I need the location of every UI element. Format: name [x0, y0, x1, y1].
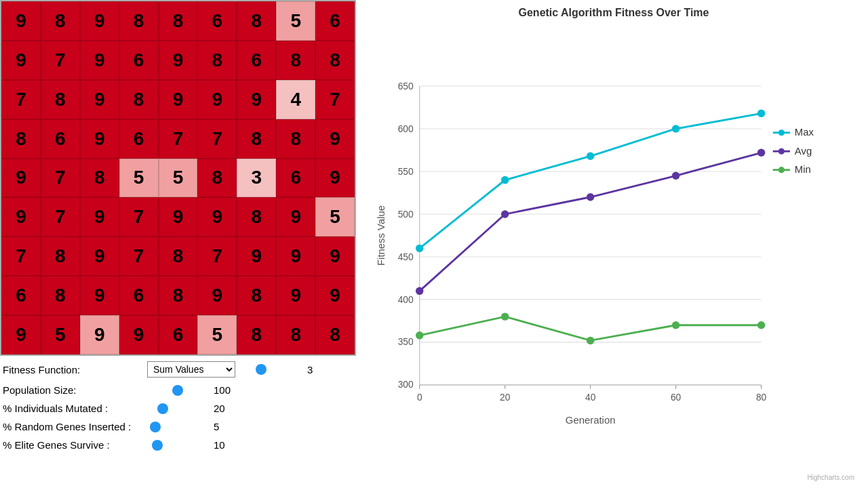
grid-cell: 9 [80, 315, 119, 354]
population-size-value: 100 [214, 384, 234, 396]
grid-cell: 6 [197, 1, 237, 41]
grid-cell: 8 [41, 237, 80, 276]
svg-point-41 [501, 312, 509, 320]
grid-cell: 9 [1, 197, 41, 237]
svg-text:350: 350 [398, 338, 414, 348]
individuals-mutated-slider[interactable] [147, 407, 208, 411]
random-genes-slider[interactable] [147, 425, 208, 429]
grid-cell: 8 [276, 315, 315, 354]
grid-cell: 6 [315, 1, 355, 41]
grid-cell: 9 [315, 237, 355, 276]
elite-genes-value: 10 [214, 439, 234, 451]
individuals-mutated-value: 20 [214, 403, 234, 414]
svg-point-38 [672, 172, 679, 180]
grid-cell: 9 [276, 276, 315, 315]
fitness-slider[interactable] [241, 367, 302, 371]
grid-cell: 9 [1, 1, 41, 41]
grid-cell: 9 [315, 119, 355, 159]
svg-text:60: 60 [671, 392, 682, 403]
grid-cell: 7 [315, 80, 355, 119]
svg-text:300: 300 [398, 380, 414, 390]
grid-cell: 8 [119, 80, 159, 119]
svg-point-39 [757, 149, 765, 157]
grid-cell: 9 [159, 80, 198, 119]
svg-text:Generation: Generation [566, 415, 616, 426]
svg-point-46 [778, 129, 785, 136]
highcharts-credit: Highcharts.com [373, 474, 854, 481]
svg-text:650: 650 [398, 81, 414, 92]
grid-cell: 4 [276, 80, 315, 119]
chart-area: 300350400450500550600650020406080Fitness… [373, 26, 854, 472]
grid-cell: 8 [41, 276, 80, 315]
svg-point-49 [778, 148, 785, 155]
grid-cell: 7 [41, 197, 80, 237]
grid-cell: 8 [276, 41, 315, 80]
grid-cell: 7 [41, 41, 80, 80]
grid-cell: 8 [237, 1, 276, 41]
random-genes-value: 5 [214, 421, 234, 432]
svg-text:Min: Min [795, 164, 811, 175]
grid-cell: 8 [315, 41, 355, 80]
elite-genes-label: % Elite Genes Survive : [3, 439, 142, 451]
grid-cell: 9 [80, 237, 119, 276]
grid-cell: 6 [1, 276, 41, 315]
svg-point-31 [501, 176, 509, 184]
fitness-function-row: Fitness Function: Sum ValuesMax ValueMin… [3, 361, 357, 378]
svg-text:Fitness Value: Fitness Value [376, 205, 387, 266]
grid-cell: 9 [1, 315, 41, 354]
grid-cell: 9 [80, 41, 119, 80]
grid-cell: 5 [315, 197, 355, 237]
individuals-mutated-row: % Individuals Mutated : 20 [3, 403, 357, 414]
svg-text:550: 550 [398, 167, 414, 177]
svg-text:0: 0 [417, 392, 422, 403]
svg-point-42 [587, 337, 594, 344]
svg-text:80: 80 [756, 392, 767, 403]
grid-cell: 8 [315, 315, 355, 354]
individuals-mutated-label: % Individuals Mutated : [3, 403, 142, 414]
elite-genes-slider[interactable] [147, 443, 208, 447]
grid-cell: 8 [41, 80, 80, 119]
population-size-slider[interactable] [147, 388, 208, 392]
grid-cell: 6 [159, 315, 198, 354]
svg-text:Max: Max [795, 127, 814, 138]
grid-cell: 5 [159, 159, 198, 198]
grid-cell: 6 [276, 159, 315, 198]
grid-cell: 9 [80, 276, 119, 315]
grid-cell: 9 [276, 237, 315, 276]
grid-cell: 8 [119, 1, 159, 41]
grid-cell: 7 [197, 119, 237, 159]
grid-cell: 7 [119, 237, 159, 276]
grid-cell: 8 [237, 197, 276, 237]
grid-cell: 7 [41, 159, 80, 198]
grid-cell: 3 [237, 159, 276, 198]
grid-cell: 6 [41, 119, 80, 159]
grid-cell: 7 [1, 80, 41, 119]
grid-cell: 8 [237, 315, 276, 354]
grid-cell: 8 [276, 119, 315, 159]
right-panel: Genetic Algorithm Fitness Over Time 3003… [359, 0, 868, 488]
fitness-function-label: Fitness Function: [3, 364, 142, 375]
grid-cell: 9 [80, 197, 119, 237]
svg-point-34 [757, 110, 765, 117]
population-size-label: Population Size: [3, 384, 142, 396]
svg-text:500: 500 [398, 209, 414, 220]
population-size-row: Population Size: 100 [3, 384, 357, 396]
grid-cell: 9 [315, 276, 355, 315]
random-genes-row: % Random Genes Inserted : 5 [3, 421, 357, 432]
svg-point-37 [587, 193, 594, 201]
grid-cell: 6 [237, 41, 276, 80]
svg-text:Avg: Avg [795, 146, 812, 157]
svg-text:40: 40 [585, 392, 596, 403]
grid-cell: 9 [276, 197, 315, 237]
chart-svg: 300350400450500550600650020406080Fitness… [373, 26, 854, 472]
svg-point-43 [672, 321, 679, 329]
grid-cell: 9 [315, 159, 355, 198]
grid-cell: 8 [159, 276, 198, 315]
grid-cell: 8 [80, 159, 119, 198]
grid-cell: 9 [197, 80, 237, 119]
grid-cell: 8 [159, 1, 198, 41]
grid-cell: 5 [119, 159, 159, 198]
grid-cell: 6 [119, 41, 159, 80]
grid-cell: 7 [159, 119, 198, 159]
fitness-function-select[interactable]: Sum ValuesMax ValueMin Value [147, 361, 235, 378]
